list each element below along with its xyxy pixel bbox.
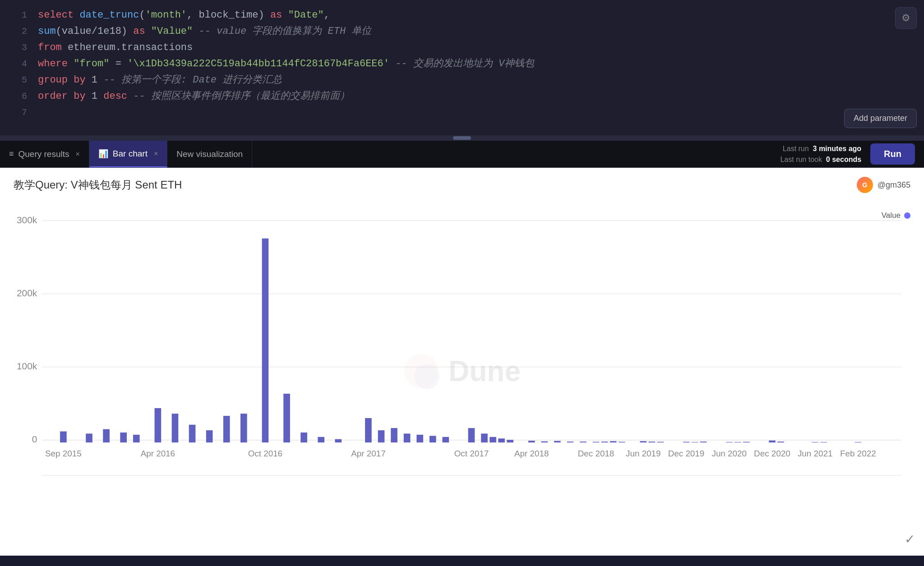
x-axis-label: Dec 2018: [578, 449, 614, 458]
bar: [300, 433, 307, 442]
drag-indicator: [453, 136, 471, 140]
x-axis-label: Apr 2016: [141, 449, 175, 458]
x-axis-label: Sep 2015: [45, 449, 82, 458]
bar: [240, 414, 247, 442]
run-button[interactable]: Run: [870, 143, 915, 165]
bar: [416, 435, 423, 442]
last-run-info: Last run 3 minutes ago Last run took 0 s…: [780, 143, 861, 165]
chart-area: 教学Query: V神钱包每月 Sent ETH G @gm365 Value …: [0, 168, 924, 556]
bar: [155, 408, 162, 442]
bar: [103, 429, 110, 443]
tab-label-query-results: Query results: [18, 149, 69, 159]
bar: [206, 430, 213, 442]
tab-label-new-viz: New visualization: [176, 149, 243, 159]
bar: [735, 442, 741, 442]
bar: [335, 439, 342, 442]
bar: [442, 437, 449, 442]
bar: [365, 418, 372, 442]
x-axis-label: Jun 2019: [626, 449, 661, 458]
bar: [541, 442, 548, 442]
code-line-content: order by 1 desc -- 按照区块事件倒序排序（最近的交易排前面）: [38, 88, 350, 105]
x-axis-label: Dec 2019: [668, 449, 705, 458]
bar: [619, 442, 625, 442]
svg-text:0: 0: [32, 434, 37, 444]
bar: [601, 442, 608, 442]
bar: [507, 440, 513, 442]
x-axis-label: Dec 2020: [754, 449, 790, 458]
bar: [430, 436, 436, 442]
add-parameter-button[interactable]: Add parameter: [844, 109, 917, 128]
bar: [700, 442, 707, 442]
x-axis-label: Oct 2017: [454, 449, 489, 458]
author-avatar: G: [857, 177, 873, 193]
code-line: 1select date_trunc('month', block_time) …: [0, 7, 924, 23]
bar: [283, 394, 290, 442]
x-axis-label: Jun 2021: [798, 449, 832, 458]
tab-close-bar-chart[interactable]: ×: [154, 150, 158, 158]
bar: [657, 442, 664, 442]
tab-icon-query-results: ≡: [9, 149, 14, 159]
code-line: 5group by 1 -- 按第一个字段: Date 进行分类汇总: [0, 72, 924, 88]
code-line: 4where "from" = '\x1Db3439a222C519ab44bb…: [0, 56, 924, 72]
bar: [812, 442, 818, 442]
bar: [172, 414, 179, 442]
x-axis-label: Apr 2018: [514, 449, 549, 458]
settings-button[interactable]: ⚙: [895, 7, 917, 29]
resize-handle[interactable]: [0, 135, 924, 141]
x-axis-label: Jun 2020: [711, 449, 746, 458]
legend-dot: [904, 212, 910, 219]
bar: [554, 441, 561, 442]
bar: [726, 442, 733, 442]
bar: [318, 437, 324, 442]
code-line: 3from ethereum.transactions: [0, 40, 924, 56]
bar: [490, 437, 496, 442]
bar: [692, 442, 698, 442]
bar: [855, 442, 862, 442]
tab-label-bar-chart: Bar chart: [113, 149, 148, 159]
bar: [567, 442, 574, 442]
bar: [262, 239, 269, 442]
svg-text:200k: 200k: [17, 288, 37, 298]
last-run-time: 3 minutes ago: [813, 145, 862, 152]
bar: [610, 441, 617, 442]
code-editor[interactable]: 1select date_trunc('month', block_time) …: [0, 0, 924, 135]
code-line-content: group by 1 -- 按第一个字段: Date 进行分类汇总: [38, 72, 282, 88]
chart-legend: Value: [882, 211, 910, 220]
bar: [481, 433, 488, 442]
tab-close-query-results[interactable]: ×: [76, 150, 80, 158]
code-line-content: where "from" = '\x1Db3439a222C519ab44bb1…: [38, 56, 534, 72]
bar: [777, 442, 784, 442]
code-line-content: from ethereum.transactions: [38, 40, 193, 56]
svg-text:300k: 300k: [17, 215, 37, 225]
code-line-content: select date_trunc('month', block_time) a…: [38, 7, 330, 23]
bar: [189, 425, 196, 442]
bar-chart-container: Value Dune 300k 200k 100k 0: [14, 202, 910, 540]
code-line: 2sum(value/1e18) as "Value" -- value 字段的…: [0, 23, 924, 40]
tab-icon-bar-chart: 📊: [98, 149, 108, 159]
bar: [580, 442, 587, 442]
legend-label: Value: [882, 211, 901, 220]
bar: [223, 416, 230, 442]
svg-text:100k: 100k: [17, 361, 37, 371]
last-run-duration: 0 seconds: [826, 156, 861, 163]
bar: [60, 432, 67, 443]
chart-title: 教学Query: V神钱包每月 Sent ETH: [14, 178, 182, 192]
tabs-bar: ≡Query results×📊Bar chart×New visualizat…: [0, 141, 924, 168]
bar: [743, 442, 750, 442]
check-icon: ✓: [905, 532, 915, 547]
bar: [468, 428, 475, 442]
chart-author: G @gm365: [857, 177, 910, 193]
tab-new-viz[interactable]: New visualization: [167, 141, 252, 167]
tabs-container: ≡Query results×📊Bar chart×New visualizat…: [0, 141, 252, 167]
bar: [683, 442, 690, 442]
code-line: 6order by 1 desc -- 按照区块事件倒序排序（最近的交易排前面）: [0, 88, 924, 105]
bar: [378, 430, 385, 442]
bar: [86, 433, 92, 442]
x-axis-label: Apr 2017: [351, 449, 385, 458]
code-line-content: sum(value/1e18) as "Value" -- value 字段的值…: [38, 23, 371, 40]
tab-bar-chart[interactable]: 📊Bar chart×: [89, 141, 167, 167]
bar-chart-svg: 300k 200k 100k 0 Sep 2015Apr 2016Oct 201…: [14, 202, 910, 518]
chart-header: 教学Query: V神钱包每月 Sent ETH G @gm365: [14, 177, 910, 193]
tab-query-results[interactable]: ≡Query results×: [0, 141, 89, 167]
bar: [528, 441, 535, 442]
